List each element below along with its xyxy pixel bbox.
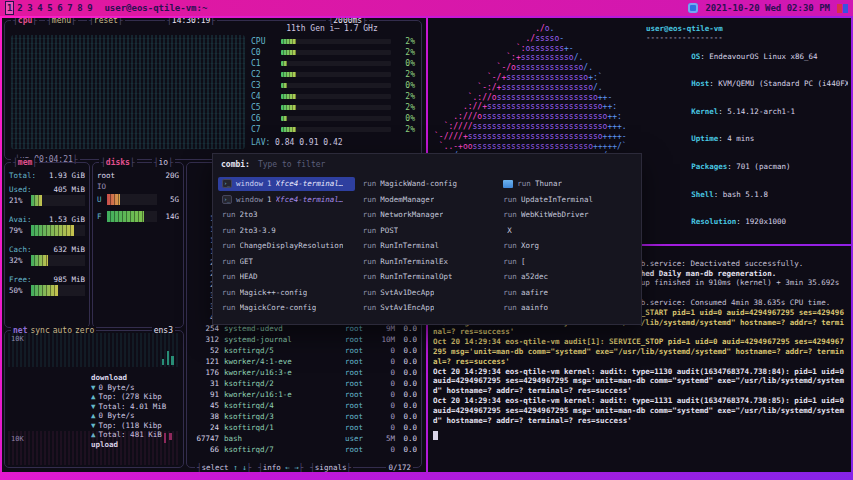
process-user: user: [345, 434, 371, 443]
core-percent: 2%: [395, 125, 415, 134]
rofi-item[interactable]: run MagickWand-config: [359, 177, 496, 191]
rofi-launcher: combi: Type to filter window 1 Xfce4-ter…: [213, 154, 641, 324]
workspace-button[interactable]: 5: [45, 2, 54, 14]
rofi-item[interactable]: run HEAD: [218, 270, 355, 284]
workspace-button[interactable]: 6: [55, 2, 64, 14]
signals-button[interactable]: signals: [310, 463, 351, 472]
workspace-button[interactable]: 2: [15, 2, 24, 14]
workspace-button[interactable]: 3: [25, 2, 34, 14]
rofi-item[interactable]: run NetworkManager: [359, 208, 496, 222]
menu-button[interactable]: menu: [45, 18, 78, 25]
clock: 2021-10-20 Wed 02:30 PM: [705, 3, 830, 13]
workspace-button[interactable]: 9: [85, 2, 94, 14]
mem-total: Total: 1.93 GiB: [9, 171, 85, 180]
process-mem: 0: [371, 368, 395, 377]
process-user: root: [345, 324, 371, 333]
mem-total-label: Total:: [9, 171, 36, 180]
rofi-item[interactable]: run WebKitWebDriver: [499, 208, 636, 222]
info-line: Kernel5.14.12-arch1-1: [646, 98, 848, 126]
rofi-item[interactable]: run 2to3-3.9: [218, 224, 355, 238]
mem-stat-label: Cach:: [9, 245, 32, 254]
rofi-item[interactable]: run MagickCore-config: [218, 301, 355, 315]
workspace-button[interactable]: 8: [75, 2, 84, 14]
terminal-icon: [222, 195, 232, 204]
mem-stat-meter: [31, 255, 85, 266]
process-row[interactable]: 67747 bash user 5M 0.0: [191, 433, 417, 444]
process-row[interactable]: 66 ksoftirqd/7 root 0 0.0: [191, 444, 417, 455]
process-user: root: [345, 401, 371, 410]
workspace-button[interactable]: 4: [35, 2, 44, 14]
disk-free-meter: F 14G: [97, 211, 179, 222]
disk-row: root 20G: [97, 171, 179, 180]
rofi-search-input[interactable]: Type to filter: [258, 160, 633, 169]
process-cpu: 0.0: [395, 335, 417, 344]
process-mem: 0: [371, 412, 395, 421]
process-mem: 0: [371, 401, 395, 410]
process-row[interactable]: 91 kworker/u16:1-e root 0 0.0: [191, 389, 417, 400]
process-pid: 38: [191, 412, 219, 421]
core-meter: [281, 116, 391, 121]
process-row[interactable]: 176 kworker/u16:3-e root 0 0.0: [191, 367, 417, 378]
log-line: Oct 20 14:29:34 eos-qtile-vm kernel: aud…: [433, 367, 848, 396]
network-tray-icon[interactable]: [688, 3, 698, 13]
rofi-item[interactable]: run ChangeDisplayResolution: [218, 239, 355, 253]
process-row[interactable]: 45 ksoftirqd/4 root 0 0.0: [191, 400, 417, 411]
cpu-core-row: CPU 2%: [251, 36, 415, 47]
process-pid: 121: [191, 357, 219, 366]
process-row[interactable]: 52 ksoftirqd/5 root 0 0.0: [191, 345, 417, 356]
rofi-item[interactable]: run RunInTerminal: [359, 239, 496, 253]
rofi-item[interactable]: run 2to3: [218, 208, 355, 222]
rofi-item[interactable]: run POST: [359, 224, 496, 238]
core-meter: [281, 94, 391, 99]
process-row[interactable]: 121 kworker/4:1-eve root 0 0.0: [191, 356, 417, 367]
terminal-icon: [222, 179, 232, 188]
rofi-item[interactable]: run SvtAv1DecApp: [359, 286, 496, 300]
core-percent: 2%: [395, 103, 415, 112]
rofi-item[interactable]: run aafire: [499, 286, 636, 300]
core-percent: 2%: [395, 37, 415, 46]
rofi-item[interactable]: run RunInTerminalEx: [359, 255, 496, 269]
rofi-item[interactable]: run ModemManager: [359, 193, 496, 207]
workspace-button[interactable]: 7: [65, 2, 74, 14]
process-row[interactable]: 24 ksoftirqd/1 root 0 0.0: [191, 422, 417, 433]
arrow-icon: ▲: [91, 411, 96, 421]
rofi-item[interactable]: run a52dec: [499, 270, 636, 284]
rofi-item[interactable]: run Xorg: [499, 239, 636, 253]
disk-used-value: 5G: [157, 195, 179, 204]
reset-button[interactable]: reset: [87, 18, 125, 25]
disk-free-value: 14G: [157, 212, 179, 221]
select-button[interactable]: select ↑ ↓: [197, 463, 251, 472]
process-user: root: [345, 335, 371, 344]
core-name: C5: [251, 103, 277, 112]
process-row[interactable]: 31 ksoftirqd/2 root 0 0.0: [191, 378, 417, 389]
rofi-item[interactable]: run GET: [218, 255, 355, 269]
process-user: root: [345, 390, 371, 399]
process-pid: 312: [191, 335, 219, 344]
tray-indicator-red-icon: [837, 4, 842, 13]
rofi-column-1: window 1 Xfce4-terminal… window 1 Xfce4-…: [218, 177, 355, 319]
rofi-item[interactable]: run Magick++-config: [218, 286, 355, 300]
process-cpu: 0.0: [395, 357, 417, 366]
rofi-item[interactable]: run RunInTerminalOpt: [359, 270, 496, 284]
process-row[interactable]: 254 systemd-udevd root 9M 0.0: [191, 323, 417, 334]
process-pid: 31: [191, 379, 219, 388]
disk-free-key: F: [97, 212, 107, 221]
rofi-item[interactable]: run [: [499, 255, 636, 269]
info-button[interactable]: info ← →: [258, 463, 303, 472]
cpu-model-label: 11th Gen i⋯ 1.7 GHz: [251, 24, 413, 33]
rofi-item[interactable]: window 1 Xfce4-terminal…: [218, 193, 355, 207]
rofi-item[interactable]: X: [499, 224, 636, 238]
rofi-results: window 1 Xfce4-terminal… window 1 Xfce4-…: [218, 177, 636, 319]
process-row[interactable]: 38 ksoftirqd/3 root 0 0.0: [191, 411, 417, 422]
rofi-item[interactable]: run aainfo: [499, 301, 636, 315]
rofi-item[interactable]: run SvtAv1EncApp: [359, 301, 496, 315]
workspace-button[interactable]: 1: [5, 1, 14, 15]
process-row[interactable]: 312 systemd-journal root 10M 0.0: [191, 334, 417, 345]
process-pid: 45: [191, 401, 219, 410]
upload-stat: ▲ 0 Byte/s: [91, 411, 179, 421]
rofi-item[interactable]: run UpdateInTerminal: [499, 193, 636, 207]
rofi-item[interactable]: window 1 Xfce4-terminal…: [218, 177, 355, 191]
desktop: 1 2 3 4 5 6 7 8 9 user@eos-qtile-vm:~ 20…: [0, 0, 853, 480]
rofi-item[interactable]: run Thunar: [499, 177, 636, 191]
core-name: C6: [251, 114, 277, 123]
